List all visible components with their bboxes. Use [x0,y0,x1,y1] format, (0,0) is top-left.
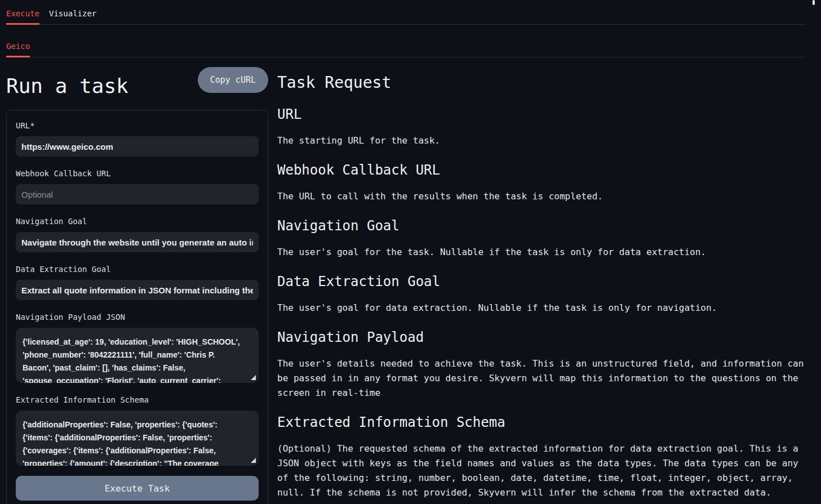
docs-title: Task Request [277,73,806,92]
doc-heading-extracted-schema: Extracted Information Schema [277,414,806,431]
doc-heading-navigation-payload: Navigation Payload [277,329,806,346]
doc-heading-webhook: Webhook Callback URL [277,162,806,179]
extracted-schema-wrap: {'additionalProperties': False, 'propert… [16,411,259,466]
doc-heading-url: URL [277,106,806,123]
sub-tabbar: Geico [6,25,806,57]
url-input[interactable] [16,136,259,157]
webhook-input[interactable] [16,184,259,204]
data-extraction-goal-label: Data Extraction Goal [16,265,259,273]
task-form-panel: Run a task Copy cURL URL* Webhook Callba… [6,57,268,504]
field-webhook: Webhook Callback URL [16,170,259,204]
page-title: Run a task [6,75,128,97]
navigation-goal-label: Navigation Goal [16,217,259,225]
resize-handle-icon[interactable] [251,458,256,463]
doc-heading-data-extraction-goal: Data Extraction Goal [277,274,806,290]
form-header: Run a task Copy cURL [6,67,268,97]
execute-task-button[interactable]: Execute Task [16,476,259,501]
data-extraction-goal-input[interactable] [16,280,259,300]
resize-handle-icon[interactable] [251,375,256,380]
main-content: Run a task Copy cURL URL* Webhook Callba… [6,57,806,504]
task-request-docs-panel: Task Request URL The starting URL for th… [277,57,806,500]
navigation-goal-input[interactable] [16,232,259,252]
page: Execute Visualizer Geico Run a task Copy… [0,0,821,504]
field-navigation-payload: Navigation Payload JSON {'licensed_at_ag… [16,313,259,383]
tab-visualizer[interactable]: Visualizer [49,10,96,25]
tab-execute[interactable]: Execute [6,10,39,25]
navigation-payload-wrap: {'licensed_at_age': 19, 'education_level… [16,328,259,383]
doc-body-data-extraction-goal: The user's goal for data extraction. Nul… [277,301,806,315]
url-label: URL* [16,122,259,130]
extracted-schema-label: Extracted Information Schema [16,396,259,404]
field-extracted-schema: Extracted Information Schema {'additiona… [16,396,259,466]
doc-body-webhook: The URL to call with the results when th… [277,189,806,204]
doc-body-extracted-schema: (Optional) The requested schema of the e… [277,441,806,500]
doc-body-navigation-payload: The user's details needed to achieve the… [277,356,806,400]
doc-heading-navigation-goal: Navigation Goal [277,218,806,234]
doc-body-url: The starting URL for the task. [277,133,806,148]
main-tabbar: Execute Visualizer [6,0,806,25]
field-navigation-goal: Navigation Goal [16,217,259,252]
extracted-schema-textarea[interactable]: {'additionalProperties': False, 'propert… [16,411,259,466]
webhook-label: Webhook Callback URL [16,170,259,177]
copy-curl-button[interactable]: Copy cURL [198,67,268,93]
navigation-payload-textarea[interactable]: {'licensed_at_age': 19, 'education_level… [16,328,259,383]
task-form-card: URL* Webhook Callback URL Navigation Goa… [6,110,268,504]
scrollbar-thumb[interactable] [813,0,815,5]
field-url: URL* [16,122,259,157]
navigation-payload-label: Navigation Payload JSON [16,313,259,321]
field-data-extraction-goal: Data Extraction Goal [16,265,259,300]
subtab-geico[interactable]: Geico [6,42,30,57]
doc-body-navigation-goal: The user's goal for the task. Nullable i… [277,245,806,260]
